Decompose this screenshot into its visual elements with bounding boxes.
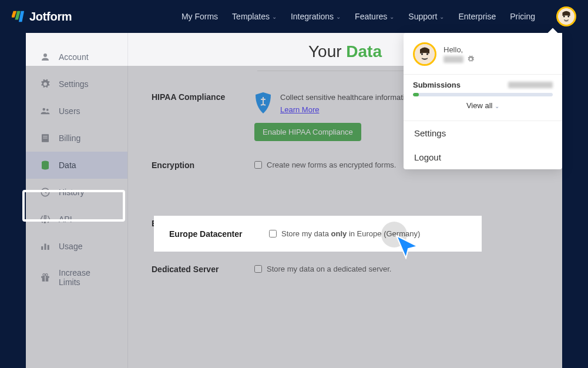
nav: My Forms Templates⌄ Integrations⌄ Featur… — [182, 6, 576, 26]
avatar-face-icon — [415, 44, 435, 64]
svg-rect-13 — [48, 245, 49, 250]
view-all-link[interactable]: View all ⌄ — [413, 96, 553, 117]
nav-support[interactable]: Support⌄ — [408, 12, 444, 21]
users-icon — [40, 106, 51, 116]
svg-point-3 — [43, 53, 47, 57]
chevron-down-icon: ⌄ — [272, 14, 277, 20]
gear-icon[interactable] — [467, 55, 475, 63]
svg-point-2 — [567, 16, 569, 18]
svg-rect-16 — [45, 276, 46, 282]
jotform-logo-icon — [12, 10, 25, 23]
sidebar-item-history[interactable]: History — [26, 179, 127, 206]
chevron-down-icon: ⌄ — [336, 14, 341, 20]
avatar-face-icon — [558, 8, 574, 25]
user-avatar[interactable] — [556, 6, 576, 26]
nav-enterprise[interactable]: Enterprise — [458, 12, 496, 21]
enable-hipaa-button[interactable]: Enable HIPAA Compliance — [254, 123, 361, 141]
section-label: HIPAA Compliance — [152, 92, 254, 141]
database-icon — [40, 160, 51, 170]
svg-point-1 — [563, 16, 565, 18]
nav-my-forms[interactable]: My Forms — [182, 12, 218, 21]
sidebar-item-users[interactable]: Users — [26, 98, 127, 125]
chevron-down-icon: ⌄ — [495, 103, 499, 109]
svg-point-20 — [415, 44, 435, 64]
svg-point-17 — [43, 274, 45, 276]
sidebar-item-api[interactable]: API — [26, 206, 127, 233]
svg-rect-8 — [43, 138, 48, 138]
section-dedicated: Dedicated Server Store my data on a dedi… — [152, 255, 539, 284]
nav-features[interactable]: Features⌄ — [355, 12, 394, 21]
svg-point-4 — [43, 108, 46, 111]
encryption-checkbox[interactable] — [254, 161, 262, 169]
europe-checkbox[interactable] — [269, 230, 277, 237]
chevron-down-icon: ⌄ — [439, 14, 444, 20]
submissions-count-redacted — [508, 82, 553, 88]
chart-icon — [40, 241, 51, 252]
cursor-icon — [395, 235, 420, 259]
svg-rect-7 — [43, 136, 48, 136]
dropdown-avatar — [413, 42, 436, 66]
nav-templates[interactable]: Templates⌄ — [232, 12, 277, 21]
sidebar-item-data[interactable]: Data — [26, 152, 127, 179]
svg-point-21 — [421, 53, 423, 55]
dropdown-settings[interactable]: Settings — [404, 121, 562, 145]
section-europe-placeholder — [152, 180, 539, 209]
logo-text: Jotform — [29, 10, 72, 24]
nav-integrations[interactable]: Integrations⌄ — [291, 12, 341, 21]
sidebar-item-increase-limits[interactable]: Increase Limits — [26, 260, 127, 295]
person-icon — [40, 52, 51, 62]
dropdown-logout[interactable]: Logout — [404, 145, 562, 169]
sidebar: Account Settings Users Billing Data Hist… — [26, 33, 128, 368]
chevron-down-icon: ⌄ — [389, 14, 394, 20]
logo[interactable]: Jotform — [12, 10, 72, 24]
gear-icon — [40, 79, 51, 89]
section-label: Europe Datacenter — [169, 229, 269, 239]
header: Jotform My Forms Templates⌄ Integrations… — [0, 0, 588, 33]
username-redacted — [443, 56, 463, 63]
greeting-text: Hello, — [443, 45, 475, 54]
svg-point-19 — [263, 98, 264, 100]
section-label: Encryption — [152, 160, 254, 170]
sidebar-item-account[interactable]: Account — [26, 44, 127, 71]
learn-more-link[interactable]: Learn More — [280, 105, 319, 114]
submissions-label: Submissions — [413, 81, 461, 89]
billing-icon — [40, 133, 51, 143]
sidebar-item-billing[interactable]: Billing — [26, 125, 127, 152]
svg-point-18 — [45, 274, 48, 276]
history-icon — [40, 187, 51, 198]
dropdown-submissions: Submissions View all ⌄ — [404, 75, 562, 121]
sidebar-item-settings[interactable]: Settings — [26, 71, 127, 98]
svg-point-0 — [558, 8, 574, 25]
dedicated-checkbox[interactable] — [254, 265, 262, 273]
svg-point-22 — [426, 53, 428, 55]
sidebar-item-usage[interactable]: Usage — [26, 233, 127, 260]
dropdown-header: Hello, — [404, 33, 562, 75]
svg-point-5 — [46, 109, 49, 111]
nav-pricing[interactable]: Pricing — [510, 12, 535, 21]
shield-icon — [254, 92, 272, 113]
dedicated-checkbox-label[interactable]: Store my data on a dedicated server. — [254, 265, 539, 273]
svg-rect-12 — [45, 244, 46, 250]
svg-rect-11 — [41, 246, 43, 250]
api-icon — [40, 214, 51, 225]
user-dropdown: Hello, Submissions View all ⌄ Settings L… — [404, 33, 562, 169]
gift-icon — [40, 272, 51, 283]
section-europe: Europe Datacenter Store my data only in … — [154, 216, 482, 252]
section-label: Dedicated Server — [152, 265, 254, 274]
